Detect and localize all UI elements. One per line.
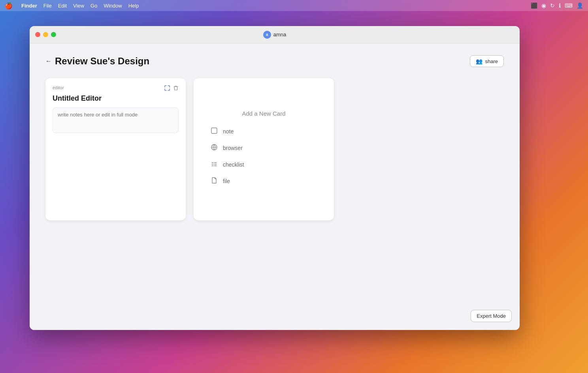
back-arrow-icon[interactable]: ← — [45, 58, 52, 65]
share-icon: 👥 — [476, 58, 482, 64]
card-label: editor — [53, 85, 64, 90]
menubar-right-icons: ⬛ ◉ ↻ ℹ ⌨ 👤 — [531, 2, 583, 9]
svg-rect-0 — [211, 128, 217, 133]
notes-textarea[interactable] — [53, 107, 179, 133]
share-button[interactable]: 👥 share — [470, 55, 504, 67]
keyboard-icon[interactable]: ⌨ — [565, 2, 573, 9]
page-header: ← Review Sue's Design 👥 share — [45, 55, 504, 67]
checklist-label: checklist — [223, 161, 244, 168]
add-card-title: Add a New Card — [242, 110, 285, 117]
file-label: file — [223, 178, 230, 184]
expand-button[interactable] — [164, 85, 170, 92]
titlebar-app-name: amna — [273, 32, 286, 37]
card-title: Untitled Editor — [53, 94, 179, 103]
close-button[interactable] — [35, 32, 40, 37]
sync-icon[interactable]: ↻ — [550, 2, 555, 9]
menubar-view[interactable]: View — [70, 0, 87, 11]
card-type-checklist[interactable]: checklist — [205, 157, 322, 172]
card-actions — [164, 85, 179, 92]
card-header: editor — [53, 85, 179, 92]
card-type-browser[interactable]: browser — [205, 141, 322, 156]
menubar-window[interactable]: Window — [100, 0, 125, 11]
traffic-lights — [35, 32, 56, 37]
wifi-icon[interactable]: ◉ — [541, 2, 546, 9]
menubar-go[interactable]: Go — [87, 0, 100, 11]
titlebar-title-area: a amna — [263, 31, 286, 39]
monitor-icon[interactable]: ⬛ — [531, 2, 537, 9]
menubar-edit[interactable]: Edit — [55, 0, 70, 11]
card-type-file[interactable]: file — [205, 174, 322, 189]
editor-card: editor — [45, 78, 186, 220]
browser-icon — [210, 144, 218, 152]
note-label: note — [223, 128, 234, 135]
apple-menu-icon[interactable]: 🍎 — [5, 2, 13, 9]
menubar-file[interactable]: File — [40, 0, 55, 11]
titlebar: a amna — [30, 26, 520, 43]
delete-button[interactable] — [173, 85, 179, 92]
browser-label: browser — [223, 145, 243, 151]
add-card-panel: Add a New Card note — [194, 78, 334, 220]
menubar: 🍎 Finder File Edit View Go Window Help ⬛… — [0, 0, 588, 11]
card-type-note[interactable]: note — [205, 124, 322, 139]
user-icon[interactable]: 👤 — [577, 2, 583, 9]
checklist-icon — [210, 160, 218, 169]
expert-mode-button[interactable]: Expert Mode — [471, 310, 512, 322]
file-icon — [210, 177, 218, 186]
menubar-help[interactable]: Help — [125, 0, 142, 11]
desktop: 🍎 Finder File Edit View Go Window Help ⬛… — [0, 0, 588, 373]
share-label: share — [485, 58, 498, 64]
maximize-button[interactable] — [51, 32, 56, 37]
minimize-button[interactable] — [43, 32, 48, 37]
cards-area: editor — [45, 78, 504, 220]
menubar-finder[interactable]: Finder — [18, 0, 40, 11]
app-window: a amna ← Review Sue's Design 👥 share — [30, 26, 520, 330]
page-title-area: ← Review Sue's Design — [45, 56, 149, 67]
window-content: ← Review Sue's Design 👥 share editor — [30, 43, 520, 330]
avatar: a — [263, 31, 271, 39]
info-icon[interactable]: ℹ — [559, 2, 561, 9]
note-icon — [210, 127, 218, 136]
page-title: Review Sue's Design — [55, 56, 149, 67]
